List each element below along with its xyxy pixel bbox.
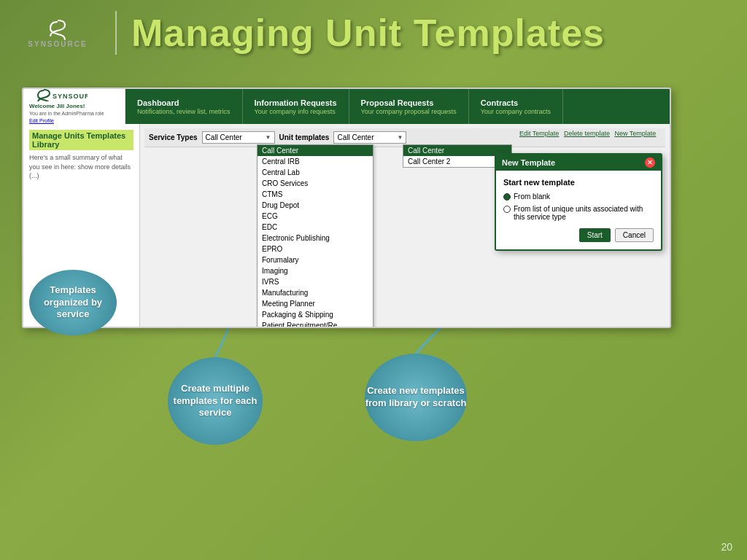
nav-role-text: You are in the AdminPharma role [29, 110, 119, 117]
bubble-templates-organized: Templates organized by service [29, 270, 117, 335]
dropdown-item-forumalary[interactable]: Forumalary [258, 254, 373, 265]
title-area: Managing Unit Templates [117, 11, 732, 55]
sidebar-title: Manage Units Templates Library [29, 130, 133, 150]
sidebar-description: Here's a small summary of what you see i… [29, 153, 133, 181]
dropdown-item-call-center[interactable]: Call Center [258, 145, 373, 156]
service-dropdown-arrow: ▼ [266, 134, 271, 141]
dropdown-item-drug-depot[interactable]: Drug Depot [258, 200, 373, 211]
center-content: Service Types Call Center ▼ Unit templat… [140, 124, 670, 327]
app-ui: SYNSOURCE Welcome Jill Jones! You are in… [23, 89, 670, 327]
dropdown-item-edc[interactable]: EDC [258, 222, 373, 233]
nav-info-sub: Your company info requests [255, 108, 337, 115]
dropdown-item-epublishing[interactable]: Electronic Publishing [258, 233, 373, 244]
unit-selected-value: Call Center [337, 133, 374, 141]
nav-welcome-text: Welcome Jill Jones! [29, 103, 119, 110]
dialog-close-button[interactable]: ✕ [645, 158, 655, 168]
nav-item-dashboard[interactable]: Dashboard Notifications, review list, me… [125, 89, 243, 124]
unit-dropdown-arrow: ▼ [398, 134, 403, 141]
radio-from-list[interactable]: From list of unique units associated wit… [503, 205, 654, 221]
service-types-label: Service Types [149, 133, 198, 141]
nav-proposal-sub: Your company proposal requests [361, 108, 457, 115]
nav-info-title: Information Requests [255, 98, 337, 107]
nav-logo-brand: SYNSOURCE [29, 88, 119, 103]
page-number: 20 [721, 541, 732, 553]
dropdown-item-central-lab[interactable]: Central Lab [258, 167, 373, 178]
dialog-header: New Template ✕ [496, 155, 661, 171]
bubble-create-new: Create new templates from library or scr… [365, 354, 467, 441]
edit-profile-link[interactable]: Edit Profile [29, 118, 54, 123]
bubble-right-text: Create new templates from library or scr… [365, 385, 467, 410]
dropdown-item-central-irb[interactable]: Central IRB [258, 156, 373, 167]
bubble-left-text: Templates organized by service [29, 284, 117, 322]
dropdown-item-ivrs[interactable]: IVRS [258, 276, 373, 287]
nav-contracts-sub: Your company contracts [481, 108, 551, 115]
nav-proposal-title: Proposal Requests [361, 98, 457, 107]
logo-area: SYNSOURCE [15, 11, 117, 55]
dropdown-item-cro[interactable]: CRO Services [258, 178, 373, 189]
new-template-dialog: New Template ✕ Start new template From b… [495, 153, 662, 251]
radio-from-blank[interactable]: From blank [503, 192, 654, 201]
svg-text:SYNSOURCE: SYNSOURCE [53, 93, 88, 100]
page-title: Managing Unit Templates [131, 11, 732, 55]
dropdown-item-imaging[interactable]: Imaging [258, 265, 373, 276]
radio-blank-circle [503, 193, 511, 201]
nav-dashboard-sub: Notifications, review list, metrics [137, 108, 231, 115]
nav-logo: SYNSOURCE Welcome Jill Jones! You are in… [23, 89, 125, 124]
nav-bar: SYNSOURCE Welcome Jill Jones! You are in… [23, 89, 670, 124]
dropdown-item-ctms[interactable]: CTMS [258, 189, 373, 200]
dialog-buttons: Start Cancel [503, 228, 654, 242]
nav-contracts-title: Contracts [481, 98, 551, 107]
logo-text: SYNSOURCE [28, 40, 87, 48]
service-types-select[interactable]: Call Center ▼ [202, 131, 275, 144]
service-selected-value: Call Center [206, 133, 242, 141]
nav-welcome: Welcome Jill Jones! You are in the Admin… [29, 103, 119, 125]
dropdown-item-epro[interactable]: EPRO [258, 244, 373, 254]
dropdown-item-ecg[interactable]: ECG [258, 211, 373, 222]
screenshot-container: SYNSOURCE Welcome Jill Jones! You are in… [22, 88, 671, 328]
radio-list-label: From list of unique units associated wit… [514, 205, 654, 221]
new-template-link[interactable]: New Template [614, 130, 656, 137]
header-section: SYNSOURCE Managing Unit Templates [0, 0, 747, 66]
delete-template-link[interactable]: Delete template [564, 130, 610, 137]
nav-item-proposal-requests[interactable]: Proposal Requests Your company proposal … [349, 89, 469, 124]
synsource-logo: SYNSOURCE [28, 18, 87, 48]
dialog-content: Start new template From blank From list … [496, 171, 661, 249]
bubble-center-text: Create multiple templates for each servi… [168, 383, 263, 420]
main-content: Manage Units Templates Library Here's a … [23, 124, 670, 327]
dropdown-item-packaging[interactable]: Packaging & Shipping [258, 309, 373, 320]
nav-dashboard-title: Dashboard [137, 98, 231, 107]
dialog-start-label: Start new template [503, 178, 654, 187]
dropdown-item-meeting-planner[interactable]: Meeting Planner [258, 298, 373, 309]
dialog-start-button[interactable]: Start [579, 228, 611, 242]
dropdown-item-manufacturing[interactable]: Manufacturing [258, 287, 373, 298]
nav-items: Dashboard Notifications, review list, me… [125, 89, 670, 124]
unit-templates-label: Unit templates [279, 133, 330, 141]
dialog-title: New Template [502, 158, 555, 167]
nav-item-info-requests[interactable]: Information Requests Your company info r… [243, 89, 349, 124]
bubble-create-multiple: Create multiple templates for each servi… [168, 357, 263, 445]
edit-template-link[interactable]: Edit Template [519, 130, 559, 137]
dropdown-item-patient-rec[interactable]: Patient Recruitment/Re... [258, 320, 373, 328]
radio-blank-label: From blank [514, 192, 550, 201]
dialog-cancel-button[interactable]: Cancel [615, 228, 654, 242]
radio-list-circle [503, 206, 511, 213]
logo-icon [43, 18, 72, 40]
service-dropdown-list[interactable]: Call Center Central IRB Central Lab CRO … [257, 144, 374, 328]
nav-item-contracts[interactable]: Contracts Your company contracts [469, 89, 563, 124]
unit-templates-select[interactable]: Call Center ▼ [333, 131, 406, 144]
template-links: Edit Template Delete template New Templa… [519, 130, 656, 137]
